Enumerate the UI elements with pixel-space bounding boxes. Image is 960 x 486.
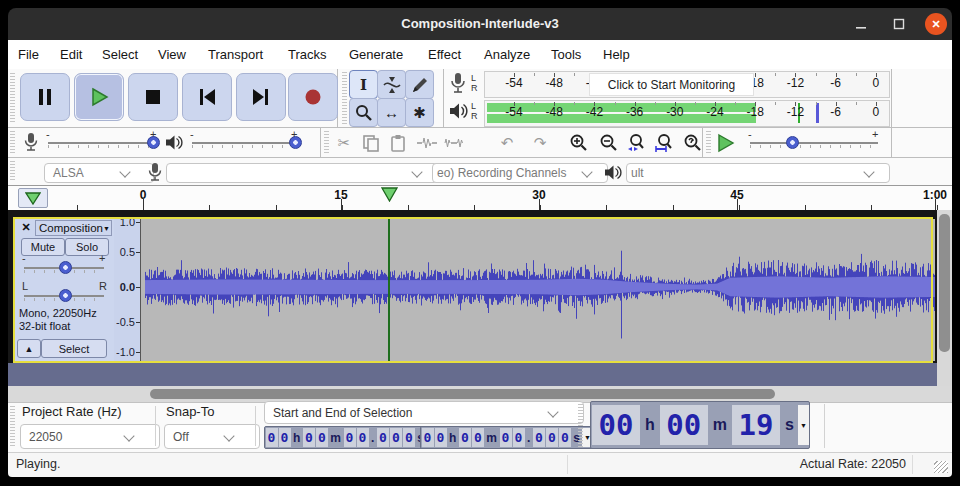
selection-end-time[interactable]: 00h00m00.000s▼: [420, 426, 594, 449]
time-toolbar-grip[interactable]: [578, 404, 583, 448]
undo-button[interactable]: ↶: [494, 131, 520, 155]
timeline-pin-button[interactable]: [18, 188, 48, 208]
horizontal-scrollbar-thumb[interactable]: [150, 389, 775, 399]
silence-audio-button[interactable]: [441, 131, 467, 155]
time-digit[interactable]: 0: [344, 428, 356, 447]
time-digit[interactable]: 0: [422, 428, 434, 447]
status-message: Playing.: [16, 457, 60, 471]
meter-scale-tick: [876, 73, 877, 77]
playback-meter[interactable]: -54-48-42-36-30-24-18-12-60: [484, 100, 890, 127]
menu-select[interactable]: Select: [102, 40, 138, 69]
record-button[interactable]: [288, 73, 338, 121]
time-digit[interactable]: 0: [377, 428, 389, 447]
menu-tools[interactable]: Tools: [551, 40, 581, 69]
time-digit[interactable]: 0: [316, 428, 328, 447]
playspeed-slider[interactable]: [750, 142, 878, 144]
minimize-button[interactable]: [850, 8, 872, 40]
time-digit[interactable]: 0: [279, 428, 291, 447]
mixer-toolbar-grip[interactable]: [10, 131, 15, 154]
monitoring-overlay-button[interactable]: Click to Start Monitoring: [589, 73, 754, 96]
time-digit[interactable]: 0: [303, 428, 315, 447]
time-digit[interactable]: 0: [472, 428, 484, 447]
zoom-tool-button[interactable]: [349, 98, 378, 127]
selection-mode-dropdown[interactable]: Start and End of Selection: [264, 401, 584, 424]
zoom-out-button[interactable]: [596, 131, 622, 155]
menu-analyze[interactable]: Analyze: [484, 40, 530, 69]
cut-button[interactable]: ✂: [331, 131, 357, 155]
record-volume-slider[interactable]: [48, 142, 156, 144]
menu-transport[interactable]: Transport: [208, 40, 263, 69]
zoom-selection-button[interactable]: [624, 131, 650, 155]
audio-position-display[interactable]: 00h00m19s▼: [590, 401, 810, 449]
time-digit[interactable]: 0: [546, 428, 558, 447]
zoom-fit-icon: [655, 133, 675, 153]
menu-edit[interactable]: Edit: [60, 40, 82, 69]
empty-project-area[interactable]: [8, 363, 937, 386]
selection-start-time[interactable]: 00h00m00.000s▼: [264, 426, 438, 449]
multi-tool-button[interactable]: ✱: [405, 98, 434, 127]
title-bar[interactable]: Composition-Interlude-v3: [8, 8, 952, 40]
menu-generate[interactable]: Generate: [349, 40, 403, 69]
recording-channels-dropdown[interactable]: eo) Recording Channels: [432, 163, 608, 183]
time-digit[interactable]: 0: [533, 428, 545, 447]
play-button[interactable]: [74, 73, 124, 121]
zoom-fit-button[interactable]: [652, 131, 678, 155]
stop-button[interactable]: [128, 73, 178, 121]
play-at-speed-button[interactable]: [712, 132, 738, 154]
audio-host-dropdown[interactable]: ALSA: [44, 163, 154, 183]
time-format-dropdown[interactable]: ▼: [798, 405, 809, 445]
redo-button[interactable]: ↷: [527, 131, 553, 155]
time-digit[interactable]: 0: [459, 428, 471, 447]
playspeed-thumb[interactable]: [786, 136, 799, 149]
time-digit[interactable]: 0: [357, 428, 369, 447]
chevron-down-icon: [123, 430, 134, 441]
time-digit[interactable]: 0: [390, 428, 402, 447]
playback-volume-slider[interactable]: [192, 142, 298, 144]
menu-file[interactable]: File: [18, 40, 39, 69]
time-digit[interactable]: 0: [500, 428, 512, 447]
zoom-toggle-button[interactable]: [680, 131, 706, 155]
time-digit[interactable]: 0: [403, 428, 415, 447]
device-toolbar-grip[interactable]: [10, 161, 15, 182]
maximize-button[interactable]: [888, 8, 910, 40]
selection-tool-button[interactable]: I: [349, 70, 378, 99]
vertical-scrollbar-thumb[interactable]: [939, 214, 950, 352]
draw-tool-button[interactable]: [405, 70, 434, 99]
time-digit[interactable]: 0: [435, 428, 447, 447]
copy-button[interactable]: [358, 131, 384, 155]
snap-to-dropdown[interactable]: Off: [164, 424, 260, 449]
menu-view[interactable]: View: [158, 40, 186, 69]
playback-volume-thumb[interactable]: [289, 136, 302, 149]
project-rate-dropdown[interactable]: 22050: [20, 424, 160, 449]
playhead-triangle-icon[interactable]: [381, 187, 398, 202]
timeline-ruler[interactable]: 01530451:00: [8, 186, 952, 211]
paste-button[interactable]: [385, 131, 411, 155]
playback-device-dropdown[interactable]: ult: [626, 163, 890, 183]
skip-to-end-button[interactable]: [236, 73, 286, 121]
time-digit[interactable]: 0: [266, 428, 278, 447]
zoom-in-button[interactable]: [566, 131, 592, 155]
menu-tracks[interactable]: Tracks: [288, 40, 327, 69]
resize-grip[interactable]: [934, 461, 948, 473]
close-button[interactable]: ✕: [922, 8, 950, 40]
timeshift-tool-button[interactable]: ↔: [377, 98, 406, 127]
edit-toolbar-grip[interactable]: [324, 131, 329, 154]
selection-toolbar-grip[interactable]: [10, 406, 15, 448]
meter-scale-tick: [635, 102, 636, 106]
time-digit-group[interactable]: 19: [732, 405, 780, 445]
recording-device-dropdown[interactable]: [166, 163, 446, 183]
menu-effect[interactable]: Effect: [428, 40, 461, 69]
skip-to-start-button[interactable]: [182, 73, 232, 121]
envelope-tool-button[interactable]: [377, 70, 406, 99]
time-digit[interactable]: 0: [559, 428, 571, 447]
transport-toolbar-grip[interactable]: [10, 73, 15, 123]
time-digit-group[interactable]: 00: [660, 405, 708, 445]
record-volume-thumb[interactable]: [147, 136, 160, 149]
tools-toolbar-grip[interactable]: [342, 72, 347, 125]
trim-audio-button[interactable]: [414, 131, 440, 155]
playspeed-toolbar-grip[interactable]: [706, 131, 711, 154]
menu-help[interactable]: Help: [603, 40, 630, 69]
time-digit-group[interactable]: 00: [592, 405, 640, 445]
time-digit[interactable]: 0: [513, 428, 525, 447]
pause-button[interactable]: [20, 73, 70, 121]
